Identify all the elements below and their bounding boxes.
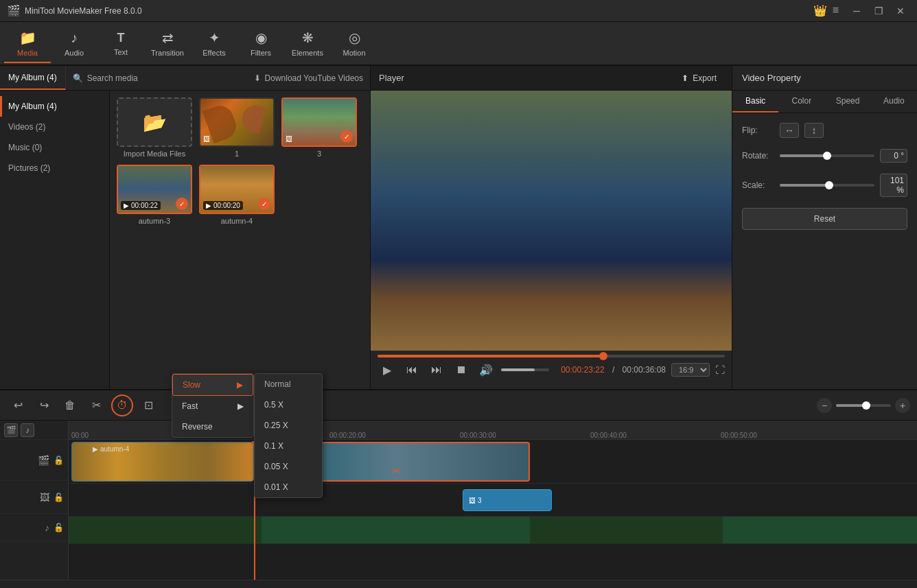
zoom-out-button[interactable]: − [817, 398, 832, 413]
sidebar-item-my-album[interactable]: My Album (4) [0, 96, 109, 117]
tracks-container: ▶ autumn-4 ▶ autumn-3 ✂ [69, 440, 917, 580]
zoom-thumb[interactable] [862, 401, 870, 410]
title-bar: 🎬 MiniTool MovieMaker Free 8.0.0 👑 ≡ ─ ❐… [0, 0, 917, 22]
minimize-button[interactable]: ─ [847, 3, 866, 19]
volume-button[interactable]: 🔊 [476, 360, 496, 379]
scale-thumb[interactable] [825, 181, 833, 189]
import-media-item[interactable]: 📂 Import Media Files [117, 97, 192, 158]
add-video-track-button[interactable]: 🎬 [4, 423, 18, 437]
scale-control: 101 % [780, 174, 907, 197]
track-add-buttons: 🎬 ♪ [4, 423, 34, 437]
flip-row: Flip: ↔ ↕ [742, 123, 907, 138]
close-button[interactable]: ✕ [891, 3, 910, 19]
effects-icon: ✦ [209, 30, 220, 46]
toolbar-effects[interactable]: ✦ Effects [191, 23, 237, 63]
media-grid: 📂 Import Media Files 🖼 1 [110, 91, 370, 389]
timeline-tracks: 🎬 ♪ 🎬 🔓 🖼 🔓 ♪ 🔓 00: [0, 421, 917, 580]
img-clip-3[interactable]: 🖼 3 [463, 489, 552, 511]
toolbar-media[interactable]: 📁 Media [4, 23, 51, 63]
flip-horizontal-button[interactable]: ↔ [780, 123, 799, 138]
toolbar-filters[interactable]: ◉ Filters [237, 23, 284, 63]
timeline-scrollbar[interactable] [0, 580, 917, 588]
text-icon: T [117, 31, 125, 45]
rotate-value: 0 ° [880, 149, 907, 163]
tab-basic[interactable]: Basic [732, 91, 778, 113]
left-panel-header: My Album (4) 🔍 Search media ⬇ Download Y… [0, 66, 370, 91]
menu-icon[interactable]: ≡ [833, 4, 839, 17]
sidebar-item-music[interactable]: Music (0) [0, 137, 109, 158]
toolbar-motion[interactable]: ◎ Motion [331, 23, 378, 63]
rotate-thumb[interactable] [823, 152, 831, 160]
prev-button[interactable]: ⏮ [402, 360, 421, 379]
speed-sub-normal[interactable]: Normal [255, 374, 322, 395]
sidebar-item-videos[interactable]: Videos (2) [0, 117, 109, 137]
ruler-mark-40: 00:00:40:00 [590, 432, 627, 439]
crop-button[interactable]: ⊡ [137, 395, 159, 416]
speed-slow-item[interactable]: Slow ▶ [172, 374, 253, 396]
media-item-1[interactable]: 🖼 1 [199, 97, 275, 158]
speed-sub-0.25x[interactable]: 0.25 X [255, 415, 322, 436]
redo-button[interactable]: ↪ [33, 395, 55, 416]
cut-button[interactable]: ✂ [85, 395, 107, 416]
download-youtube-tab[interactable]: ⬇ Download YouTube Videos [247, 66, 370, 90]
fullscreen-button[interactable]: ⛶ [715, 364, 725, 375]
toolbar-transition[interactable]: ⇄ Transition [144, 23, 191, 63]
left-sidebar: My Album (4) Videos (2) Music (0) Pictur… [0, 91, 110, 389]
reset-button[interactable]: Reset [742, 208, 907, 230]
audio-track-lock-icon[interactable]: 🔓 [54, 523, 64, 532]
tab-audio[interactable]: Audio [871, 91, 917, 113]
player-controls: ▶ ⏮ ⏭ ⏹ 🔊 00:00:23:22 / 00:00:36:08 16:9… [371, 351, 732, 389]
toolbar-text[interactable]: T Text [97, 23, 144, 63]
media-item-autumn4[interactable]: ▶ 00:00:20 ✓ autumn-4 [199, 165, 275, 225]
progress-thumb[interactable] [599, 352, 607, 360]
tab-color[interactable]: Color [778, 91, 824, 113]
speed-sub-0.05x[interactable]: 0.05 X [255, 456, 322, 477]
undo-button[interactable]: ↩ [7, 395, 29, 416]
zoom-track[interactable] [836, 404, 891, 407]
speed-fast-item[interactable]: Fast ▶ [172, 396, 253, 416]
audio-track-label: ♪ 🔓 [0, 514, 68, 541]
tab-speed[interactable]: Speed [825, 91, 871, 113]
video-preview [371, 91, 732, 351]
speed-submenu: Normal 0.5 X 0.25 X 0.1 X 0.05 X 0.01 X [254, 373, 323, 498]
flip-vertical-button[interactable]: ↕ [804, 123, 824, 138]
sidebar-videos-label: Videos (2) [8, 122, 45, 132]
filters-icon: ◉ [255, 30, 267, 46]
vp-content: Flip: ↔ ↕ Rotate: 0 ° Scale: [732, 113, 917, 389]
speed-reverse-item[interactable]: Reverse [172, 416, 253, 437]
media-thumb-1: 🖼 [199, 97, 275, 147]
progress-bar[interactable] [378, 355, 725, 357]
zoom-in-button[interactable]: + [895, 398, 910, 413]
track-labels: 🎬 ♪ 🎬 🔓 🖼 🔓 ♪ 🔓 [0, 421, 69, 580]
export-button[interactable]: ⬆ Export [675, 71, 723, 86]
video-track-label: 🎬 🔓 [0, 440, 68, 481]
delete-button[interactable]: 🗑 [59, 395, 81, 416]
stop-button[interactable]: ⏹ [452, 360, 471, 379]
rotate-slider[interactable] [780, 154, 874, 157]
search-media-tab[interactable]: 🔍 Search media [66, 66, 145, 90]
next-button[interactable]: ⏭ [427, 360, 446, 379]
speed-sub-0.5x[interactable]: 0.5 X [255, 395, 322, 415]
timeline-content[interactable]: 00:00 00:00:10:00 00:00:20:00 00:00:30:0… [69, 421, 917, 580]
speed-sub-0.01x[interactable]: 0.01 X [255, 477, 322, 497]
speed-button[interactable]: ⏱ [111, 395, 133, 416]
add-audio-track-button[interactable]: ♪ [21, 423, 34, 437]
volume-slider[interactable] [501, 368, 549, 371]
aspect-ratio-select[interactable]: 16:9 4:3 1:1 9:16 [671, 363, 710, 377]
duration-text-autumn3: 00:00:22 [131, 202, 158, 209]
overlay-track-lock-icon[interactable]: 🔓 [54, 493, 64, 502]
import-button[interactable]: 📂 [117, 97, 192, 147]
my-album-tab-label: My Album (4) [8, 73, 57, 82]
scale-slider[interactable] [780, 184, 874, 187]
play-button[interactable]: ▶ [378, 360, 397, 379]
speed-sub-0.1x[interactable]: 0.1 X [255, 436, 322, 456]
sidebar-item-pictures[interactable]: Pictures (2) [0, 158, 109, 178]
toolbar-audio[interactable]: ♪ Audio [51, 23, 97, 63]
restore-button[interactable]: ❐ [869, 3, 888, 19]
my-album-tab[interactable]: My Album (4) [0, 66, 66, 90]
media-item-3[interactable]: ✓ 🖼 3 [281, 97, 357, 158]
toolbar-elements[interactable]: ❋ Elements [284, 23, 331, 63]
media-item-autumn3[interactable]: ▶ 00:00:22 ✓ autumn-3 [117, 165, 192, 225]
video-track-lock-icon[interactable]: 🔓 [54, 456, 64, 465]
autumn4-clip[interactable]: ▶ autumn-4 [71, 442, 254, 482]
